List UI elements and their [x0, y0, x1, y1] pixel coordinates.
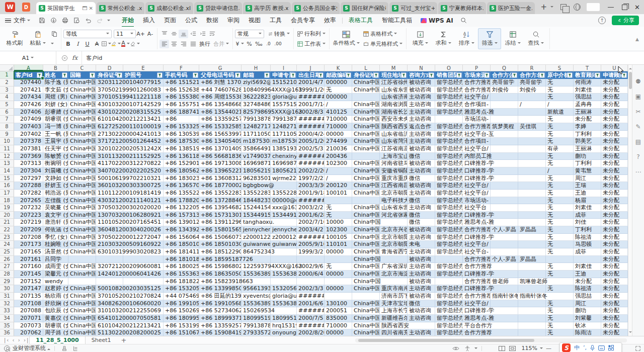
cell-O23[interactable]: 留学总经办: [435, 234, 463, 241]
menu-item-10[interactable]: 效率: [319, 14, 341, 27]
column-header-M[interactable]: M: [380, 65, 408, 71]
cell-P24[interactable]: 社交平台/: [463, 241, 491, 248]
cell-J33[interactable]: ########: [297, 307, 325, 315]
restore-button[interactable]: [622, 5, 627, 10]
cell-U28[interactable]: 未分配: [601, 271, 628, 278]
cell-U13[interactable]: 未分配: [601, 160, 628, 167]
cell-H6[interactable]: 825798695XXX@163.: [242, 109, 271, 116]
cell-U3[interactable]: 未分配: [601, 86, 628, 94]
cell-P26[interactable]: 合作方推荐: [463, 256, 491, 263]
horizontal-scrollbar[interactable]: [355, 338, 627, 342]
cell-F22[interactable]: +86 13439252(: [164, 226, 199, 234]
cell-U11[interactable]: 未分配: [601, 145, 628, 153]
cell-T12[interactable]: 蒯玏: [574, 153, 601, 160]
cell-M17[interactable]: 北京市朝阳: [380, 190, 408, 197]
cell-I17[interactable]: 135522836: [271, 190, 297, 197]
cell-F12[interactable]: +86 13611860:: [164, 153, 199, 160]
cell-P20[interactable]: 口碑推荐-学: [463, 212, 491, 219]
cell-L14[interactable]: China中国: [352, 167, 380, 175]
italic-button[interactable]: I: [73, 40, 83, 48]
cell-D35[interactable]: 610104200212213421: [96, 322, 123, 330]
zoom-chevron-icon[interactable]: [540, 347, 543, 350]
cell-L13[interactable]: China中国: [352, 160, 380, 167]
cell-H23[interactable]: z20001227: [242, 234, 271, 241]
cell-H11[interactable]: 358664913: [242, 145, 271, 153]
cell-P25[interactable]: 社交平台-: [463, 248, 491, 256]
close-tab-icon[interactable]: ✕: [89, 6, 93, 11]
cell-N23[interactable]: 主动咨询: [408, 234, 435, 241]
cell-A5[interactable]: 207426: [14, 101, 43, 109]
cell-K30[interactable]: 00000: [325, 285, 352, 293]
cell-S23[interactable]: 无: [546, 234, 574, 241]
cell-B13[interactable]: 衡琬明 (女: [43, 160, 68, 167]
filter-dropdown-icon[interactable]: [456, 72, 462, 78]
cell-O8[interactable]: 留学总经办: [435, 123, 463, 131]
cell-F20[interactable]: +86 15731301(: [164, 212, 199, 219]
row-number-30[interactable]: 30: [0, 285, 14, 293]
row-number-6[interactable]: 6: [0, 109, 14, 116]
cell-N17[interactable]: 主动咨询: [408, 190, 435, 197]
cell-K22[interactable]: 102300: [325, 226, 352, 234]
menu-item-2[interactable]: 插入: [138, 14, 159, 27]
cell-K11[interactable]: 210036: [325, 145, 352, 153]
cell-C4[interactable]: China中国: [68, 94, 96, 101]
cell-U21[interactable]: 未分配: [601, 219, 628, 226]
cell-A22[interactable]: 207209: [14, 226, 43, 234]
cell-T23[interactable]: 陈祖清: [574, 234, 601, 241]
filter-dropdown-icon[interactable]: [539, 72, 545, 78]
cell-I18[interactable]: 00000@qq: [271, 197, 297, 205]
column-header-K[interactable]: K: [325, 65, 352, 71]
cell-I22[interactable]: jennychen(: [271, 226, 297, 234]
cell-I9[interactable]: 117110505: [271, 131, 297, 138]
cell-B5[interactable]: 刘妍 (女): [43, 101, 68, 109]
outline-icon[interactable]: [72, 345, 78, 351]
doc-tab[interactable]: S高学历 教授.xlsx: [243, 2, 291, 14]
cell-A27[interactable]: 207160: [14, 263, 43, 271]
cell-B15[interactable]: 文静如 (女: [43, 175, 68, 183]
cell-C13[interactable]: China中国: [68, 160, 96, 167]
cell-U4[interactable]: 未分配: [601, 94, 628, 101]
sheet-tab[interactable]: Sheet1: [86, 336, 117, 344]
cell-R2[interactable]: 亮哥留学: [518, 79, 546, 86]
cell-G2[interactable]: +86 刘慧 137052: [199, 79, 242, 86]
column-header-Q[interactable]: Q: [491, 65, 518, 71]
cell-A3[interactable]: 207421: [14, 86, 43, 94]
doc-tab[interactable]: S公务员国企事业单位: [292, 2, 340, 14]
cell-D3[interactable]: 370502199901260083: [96, 86, 123, 94]
cell-U10[interactable]: 未分配: [601, 138, 628, 145]
cell-A11[interactable]: 207381: [14, 145, 43, 153]
highlight-color-button[interactable]: [111, 40, 121, 48]
cell-L19[interactable]: China中国: [352, 204, 380, 212]
cell-H35[interactable]: 799138782: [242, 322, 271, 330]
cell-H10[interactable]: m1875308(: [242, 138, 271, 145]
cell-F7[interactable]: +86: [164, 116, 199, 123]
freeze-button[interactable]: 冻结: [501, 28, 524, 49]
cell-C29[interactable]: [68, 278, 96, 286]
cell-I16[interactable]: [271, 182, 297, 190]
column-header-J[interactable]: J: [297, 65, 325, 71]
font-name-select[interactable]: 等线: [63, 30, 112, 38]
cell-K24[interactable]: 110101: [325, 241, 352, 248]
cell-M14[interactable]: 安徽省铜陵: [380, 167, 408, 175]
cell-I23[interactable]: z20001227(: [271, 234, 297, 241]
cell-U25[interactable]: 未分配: [601, 248, 628, 256]
doc-tab[interactable]: S英国留学生🗔✕: [36, 2, 96, 14]
cell-U27[interactable]: 未分配: [601, 263, 628, 271]
doc-tab[interactable]: S贷款申请信息.xlsx: [194, 2, 242, 14]
cell-P6[interactable]: 雅思考点-雅: [463, 109, 491, 116]
cell-L2[interactable]: China中国: [352, 79, 380, 86]
screen-share-icon[interactable]: 🗔: [83, 6, 88, 11]
menu-item-9[interactable]: 会员专享: [286, 14, 319, 27]
cell-H21[interactable]: tanghaoxu.: [242, 219, 271, 226]
cell-K4[interactable]: 000000: [325, 94, 352, 101]
cell-P32[interactable]: 社交平台/: [463, 300, 491, 308]
cell-style-button[interactable]: 单元格样式: [362, 40, 404, 48]
cell-S35[interactable]: 无: [546, 322, 574, 330]
cell-G5[interactable]: +86 1354866895:: [199, 101, 242, 109]
row-number-2[interactable]: 2: [0, 79, 14, 86]
cell-R31[interactable]: 指南针张冬: [518, 293, 546, 300]
cell-K27[interactable]: 无: [325, 263, 352, 271]
cell-O10[interactable]: 留学总经办: [435, 138, 463, 145]
cell-N31[interactable]: 被动咨询: [408, 293, 435, 300]
cell-F31[interactable]: +44 07546918(: [164, 293, 199, 300]
